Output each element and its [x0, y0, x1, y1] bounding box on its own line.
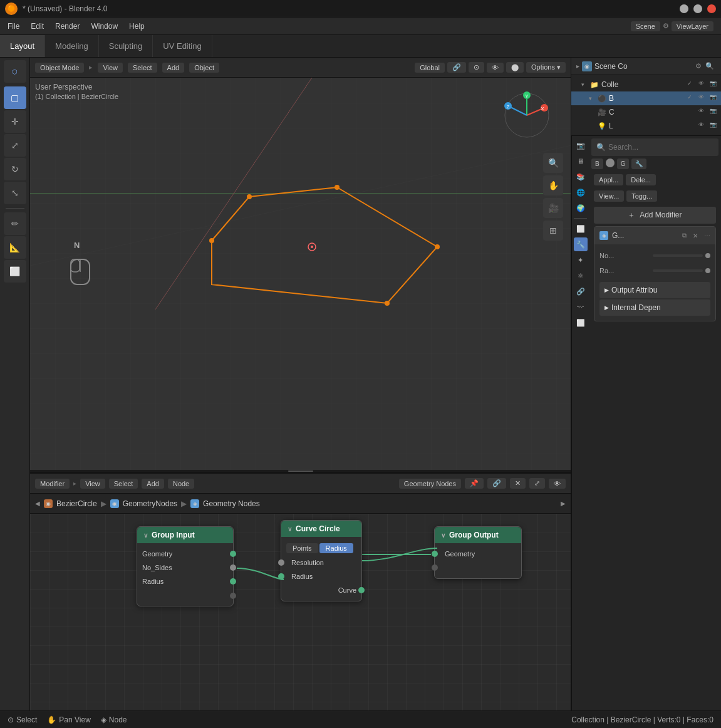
node-canvas[interactable]: ∨ Group Input Geometry No_Sides: [30, 514, 571, 710]
tree-item-collection[interactable]: ▾ 📁 Colle ✓ 👁 📷: [571, 78, 721, 91]
group-output-node[interactable]: ∨ Group Output Geometry: [434, 526, 522, 579]
pan-tool[interactable]: ✋: [543, 175, 563, 195]
node-view-btn[interactable]: View: [80, 479, 105, 489]
shading-solid-btn[interactable]: ⬤: [506, 62, 524, 73]
bezier-expand[interactable]: ▾: [589, 95, 598, 101]
tab-layout[interactable]: Layout: [0, 35, 45, 57]
viewport-add-btn[interactable]: Add: [162, 63, 185, 73]
bc-collapse-right[interactable]: ▶: [561, 500, 566, 507]
prop-data-icon[interactable]: 〰: [574, 300, 588, 314]
options-btn[interactable]: Options ▾: [526, 62, 566, 73]
mod-duplicate-icon[interactable]: ⧉: [682, 232, 687, 239]
mod-dots-icon[interactable]: ⋯: [704, 232, 710, 239]
cc-radius-btn[interactable]: Radius: [319, 543, 353, 553]
mod-no-dot[interactable]: [705, 253, 710, 258]
prop-output-icon[interactable]: 🖥: [574, 154, 588, 168]
cc-resolution-socket[interactable]: [278, 559, 284, 566]
viewport-select-btn[interactable]: Select: [128, 63, 157, 73]
col-eye-icon[interactable]: 👁: [698, 80, 707, 89]
apply-btn[interactable]: Appl...: [594, 174, 623, 185]
scale-tool[interactable]: ⤡: [4, 182, 26, 204]
viewport-gizmo[interactable]: X Y Z: [502, 90, 558, 147]
go-collapse[interactable]: ∨: [441, 532, 445, 539]
add-cube-tool[interactable]: ⬜: [4, 260, 26, 283]
prop-view-icon[interactable]: 📚: [574, 170, 588, 184]
modifier-card[interactable]: ◈ G... ⧉ ✕ ⋯ No... R: [594, 226, 716, 321]
mod-no-value[interactable]: [653, 254, 703, 257]
viewport-splitter[interactable]: [30, 470, 571, 472]
prop-constraints-icon[interactable]: 🔗: [574, 284, 588, 298]
node-overlay-btn[interactable]: 👁: [549, 479, 566, 489]
gi-extra-socket[interactable]: [230, 593, 236, 599]
viewport-3d[interactable]: User Perspective (1) Collection | Bezier…: [30, 78, 571, 470]
add-modifier-btn[interactable]: ＋ Add Modifier: [594, 207, 716, 224]
zoom-tool[interactable]: 🔍: [543, 153, 563, 173]
col-check-icon[interactable]: ✓: [687, 80, 696, 89]
prop-physics-icon[interactable]: ⚛: [574, 269, 588, 283]
gi-nosides-socket[interactable]: [230, 564, 236, 571]
annotate-tool[interactable]: ✏: [4, 212, 26, 235]
view-btn[interactable]: View...: [594, 190, 624, 202]
prop-object-icon[interactable]: ⬜: [574, 222, 588, 236]
bez-render-icon[interactable]: 📷: [710, 94, 718, 103]
global-local-btn[interactable]: Global: [415, 63, 445, 73]
mod-close-icon[interactable]: ✕: [693, 232, 698, 239]
menu-render[interactable]: Render: [50, 21, 85, 32]
group-input-node[interactable]: ∨ Group Input Geometry No_Sides: [137, 526, 234, 606]
node-add-btn[interactable]: Add: [142, 479, 164, 489]
node-editor-type[interactable]: Modifier: [35, 479, 70, 489]
mod-type-circle[interactable]: [606, 159, 615, 167]
gi-radius-socket[interactable]: [230, 578, 236, 585]
prop-search-input[interactable]: [608, 143, 713, 152]
node-type-selector[interactable]: Geometry Nodes: [399, 479, 461, 489]
tree-item-light[interactable]: 💡 L 👁 📷: [571, 119, 721, 133]
gi-collapse[interactable]: ∨: [143, 532, 148, 539]
menu-file[interactable]: File: [3, 21, 24, 32]
node-link-btn[interactable]: 🔗: [487, 478, 506, 489]
overlay-btn[interactable]: 👁: [487, 63, 504, 73]
tree-item-bezier[interactable]: ▾ ⚫ B ✓ 👁 📷: [571, 91, 721, 105]
cam-eye-icon[interactable]: 👁: [698, 108, 707, 117]
node-pin-btn[interactable]: 📌: [465, 478, 484, 489]
prop-modifier-icon[interactable]: 🔧: [574, 237, 588, 251]
tab-modeling[interactable]: Modeling: [45, 35, 99, 57]
cam-render-icon[interactable]: 📷: [710, 108, 718, 117]
prop-render-icon[interactable]: 📷: [574, 138, 588, 152]
viewport-object-btn[interactable]: Object: [189, 63, 219, 73]
rotate-tool[interactable]: ↻: [4, 158, 26, 180]
delete-btn[interactable]: Dele...: [626, 174, 656, 185]
toggle-btn[interactable]: Togg...: [626, 190, 657, 202]
mod-type-B[interactable]: B: [591, 159, 603, 169]
grid-tool[interactable]: ⊞: [543, 221, 563, 241]
snap-btn[interactable]: 🔗: [447, 62, 466, 73]
menu-help[interactable]: Help: [124, 21, 150, 32]
cc-curve-socket[interactable]: [358, 587, 365, 593]
curve-circle-node[interactable]: ∨ Curve Circle Points Radius Resolution: [281, 520, 362, 601]
prop-particles-icon[interactable]: ✦: [574, 253, 588, 267]
move-tool[interactable]: ⤢: [4, 134, 26, 157]
cc-collapse[interactable]: ∨: [288, 526, 292, 533]
light-eye-icon[interactable]: 👁: [698, 122, 707, 130]
tab-uv-editing[interactable]: UV Editing: [153, 35, 212, 57]
gi-geometry-socket[interactable]: [230, 551, 236, 557]
maximize-button[interactable]: [693, 4, 702, 13]
prop-scene-icon[interactable]: 🌐: [574, 185, 588, 199]
col-render-icon[interactable]: 📷: [710, 80, 718, 89]
bc-back-icon[interactable]: ◀: [35, 500, 40, 507]
mod-type-wrench[interactable]: 🔧: [631, 159, 646, 169]
viewport-mode-btn[interactable]: Object Mode: [35, 63, 84, 73]
outliner-search-icon[interactable]: 🔍: [705, 62, 714, 70]
node-select-btn[interactable]: Select: [109, 479, 138, 489]
mod-type-G[interactable]: G: [617, 159, 630, 169]
internal-dep-section[interactable]: ▶ Internal Depen: [599, 299, 710, 316]
bez-check-icon[interactable]: ✓: [687, 94, 696, 103]
outliner-filter-icon[interactable]: ⚙: [695, 62, 702, 70]
menu-window[interactable]: Window: [86, 21, 123, 32]
cursor-tool[interactable]: ✛: [4, 110, 26, 133]
camera-tool[interactable]: 🎥: [543, 198, 563, 218]
window-controls[interactable]: [680, 4, 716, 13]
node-x-btn[interactable]: ✕: [510, 478, 526, 489]
close-button[interactable]: [707, 4, 716, 13]
proportional-btn[interactable]: ⊙: [469, 62, 484, 73]
select-tool[interactable]: ▢: [4, 86, 26, 109]
